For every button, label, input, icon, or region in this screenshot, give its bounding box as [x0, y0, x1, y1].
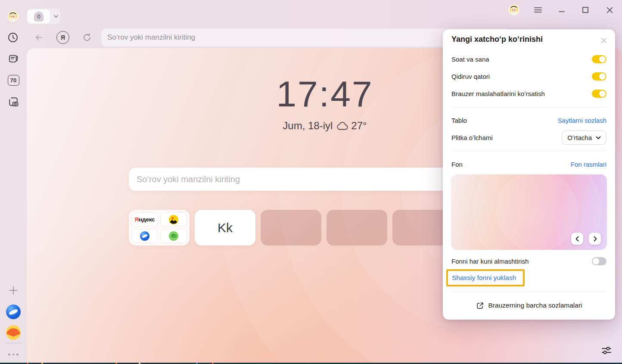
- refresh-icon: [82, 32, 92, 43]
- sidebar-divider: [5, 343, 22, 343]
- setting-label: Fonni har kuni almashtirish: [451, 258, 529, 265]
- ellipsis-icon: [8, 354, 19, 356]
- tab-counter-badge: 0: [34, 11, 44, 22]
- dropdown-value: Oʻrtacha: [567, 134, 592, 141]
- yandex-wordmark: Яндекс: [135, 216, 155, 223]
- tile-placeholder[interactable]: [261, 210, 321, 246]
- all-settings-label: Brauzerning barcha sozlamalari: [488, 302, 582, 309]
- avatar-girl-icon: [7, 11, 19, 22]
- sliders-icon: [601, 345, 612, 356]
- feed-pages-icon: [8, 53, 19, 65]
- setting-row-suggestions: Brauzer maslahatlarini koʻrsatish: [451, 87, 606, 100]
- site-tile-kk[interactable]: Kk: [195, 210, 255, 246]
- tab-list-chevron-down-icon[interactable]: [53, 13, 59, 19]
- setting-label: Soat va sana: [451, 56, 489, 63]
- yandex-nature-shortcut[interactable]: [160, 229, 187, 243]
- upload-custom-background-link[interactable]: Shaxsiy fonni yuklash: [452, 274, 516, 282]
- yandex-home-button[interactable]: Я: [56, 31, 69, 44]
- toggle-browser-tips[interactable]: [592, 90, 606, 98]
- active-tab[interactable]: 0: [28, 9, 50, 23]
- all-browser-settings-link[interactable]: Brauzerning barcha sozlamalari: [443, 299, 615, 312]
- setting-label: Qidiruv qatori: [451, 73, 490, 80]
- maximize-icon: [582, 7, 588, 13]
- clock-history-icon: [7, 32, 19, 43]
- disk-sphere-icon: [140, 231, 149, 241]
- background-preview[interactable]: [451, 174, 607, 250]
- mail-icon: [6, 325, 21, 340]
- sidebar-mail-button[interactable]: [0, 325, 27, 340]
- newtab-search-input[interactable]: [137, 174, 488, 184]
- speed-score-badge: 70: [8, 75, 19, 86]
- panel-divider: [451, 107, 606, 107]
- chevron-down-icon: [596, 136, 601, 140]
- toggle-daily-background[interactable]: [592, 257, 606, 265]
- browser-sphere-icon: [6, 305, 21, 319]
- sidebar-feed-button[interactable]: [0, 53, 27, 65]
- preview-prev-button[interactable]: [571, 233, 583, 245]
- temperature-text: 27°: [351, 120, 367, 132]
- newtab-appearance-panel: Yangi xatchoʻp koʻrinishi Soat va sana Q…: [443, 29, 615, 320]
- background-gallery-link[interactable]: Fon rasmlari: [571, 161, 606, 168]
- panel-title: Yangi xatchoʻp koʻrinishi: [451, 35, 543, 44]
- configure-sites-link[interactable]: Saytlarni sozlash: [558, 117, 606, 124]
- setting-label: Tablo: [451, 117, 467, 124]
- tab-group[interactable]: 0: [27, 9, 60, 24]
- avatar-girl-icon: [508, 4, 519, 16]
- toggle-clock-date[interactable]: [592, 55, 606, 63]
- date-text: Jum, 18-iyl: [283, 120, 333, 132]
- setting-row-background: Fon Fon rasmlari: [451, 158, 606, 171]
- sidebar-speed-badge-button[interactable]: 70: [0, 75, 27, 86]
- tile-size-dropdown[interactable]: Oʻrtacha: [562, 131, 606, 145]
- sidebar-more-button[interactable]: [0, 352, 27, 357]
- green-creature-icon: [169, 231, 178, 241]
- chevron-left-icon: [575, 236, 580, 242]
- close-icon: [600, 37, 607, 44]
- preview-next-button[interactable]: [589, 233, 601, 245]
- setting-row-daily-background: Fonni har kuni almashtirish: [451, 255, 606, 268]
- setting-row-searchbar: Qidiruv qatori: [451, 70, 606, 83]
- tile-placeholder[interactable]: [327, 210, 387, 246]
- maximize-button[interactable]: [579, 4, 591, 16]
- page-settings-fab[interactable]: [600, 344, 613, 356]
- panel-divider: [451, 292, 606, 292]
- toggle-search-row[interactable]: [592, 72, 606, 81]
- yandex-images-shortcut[interactable]: [160, 212, 187, 227]
- setting-row-clock: Soat va sana: [451, 53, 606, 65]
- panel-divider: [451, 151, 606, 151]
- weather-widget[interactable]: 27°: [336, 120, 367, 132]
- minimize-button[interactable]: [556, 4, 568, 16]
- yandex-search-shortcut[interactable]: Яндекс: [131, 212, 158, 227]
- images-icon: [169, 215, 178, 224]
- cloud-icon: [336, 121, 348, 130]
- setting-label: Plitka oʻlchami: [451, 134, 493, 141]
- history-button[interactable]: [6, 31, 19, 44]
- yandex-disk-shortcut[interactable]: [131, 229, 158, 243]
- plus-icon: [9, 286, 18, 295]
- sidebar-screenshot-button[interactable]: [0, 96, 27, 108]
- date-weather-line: Jum, 18-iyl 27°: [283, 120, 367, 132]
- chevron-right-icon: [592, 236, 598, 242]
- close-window-button[interactable]: [603, 4, 616, 16]
- newtab-search-bar[interactable]: [129, 168, 495, 191]
- sidebar-add-button[interactable]: [0, 285, 27, 296]
- yandex-services-widget-tile[interactable]: Яндекс: [129, 210, 190, 246]
- setting-label: Fon: [451, 161, 463, 168]
- annotation-highlight-box: Shaxsiy fonni yuklash: [446, 269, 525, 286]
- profile-avatar[interactable]: [7, 11, 19, 22]
- sidebar-browser-sphere-button[interactable]: [0, 305, 27, 319]
- setting-label: Brauzer maslahatlarini koʻrsatish: [451, 90, 545, 97]
- external-link-icon: [476, 302, 484, 310]
- tile-letter-label: Kk: [218, 221, 233, 235]
- profile-avatar-right[interactable]: [508, 4, 519, 16]
- yandex-logo-icon: Я: [56, 31, 69, 44]
- hamburger-icon: [534, 7, 542, 13]
- close-icon: [606, 7, 613, 13]
- setting-row-tablo: Tablo Saytlarni sozlash: [451, 114, 606, 127]
- panel-close-button[interactable]: [599, 35, 609, 46]
- menu-button[interactable]: [532, 4, 544, 16]
- back-button[interactable]: [32, 31, 45, 44]
- refresh-button[interactable]: [81, 31, 93, 44]
- minimize-icon: [559, 7, 565, 13]
- screenshot-camera-icon: [7, 96, 19, 108]
- back-arrow-icon: [34, 32, 44, 43]
